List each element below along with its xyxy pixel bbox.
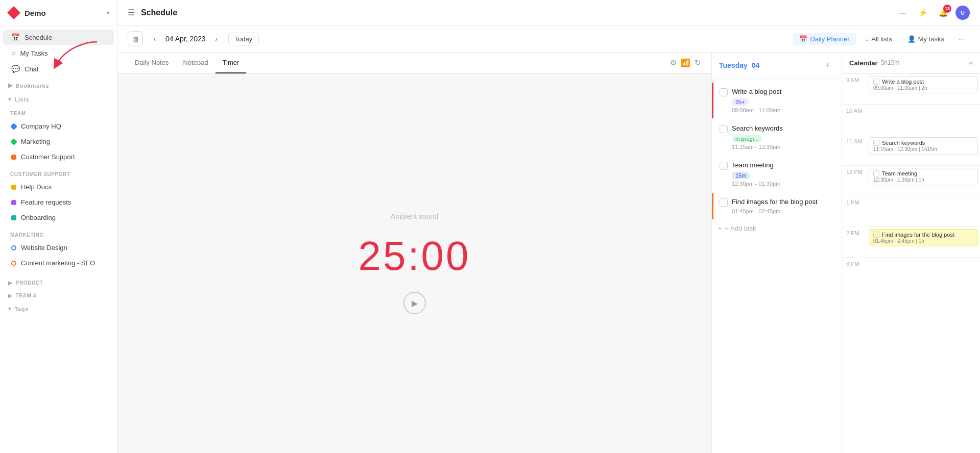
notification-badge: 13 — [943, 5, 951, 13]
my-tasks-button[interactable]: 👤 My tasks — [901, 33, 950, 45]
event-checkbox[interactable] — [873, 170, 879, 177]
calendar-title: Calendar — [849, 59, 878, 67]
sidebar-label-schedule: Schedule — [25, 34, 52, 41]
task-header: Write a blog post — [720, 88, 835, 96]
sidebar-item-onboarding[interactable]: Onboarding — [3, 210, 114, 225]
team-a-chevron: ▶ — [8, 293, 13, 298]
product-section-header[interactable]: ▶ PRODUCT — [0, 275, 117, 288]
chat-icon: 💬 — [11, 65, 20, 73]
event-checkbox[interactable] — [873, 79, 879, 85]
sidebar-item-schedule[interactable]: 📅 Schedule — [3, 30, 114, 45]
sidebar-item-company-hq[interactable]: Company HQ — [3, 119, 114, 134]
menu-icon[interactable]: ☰ — [128, 8, 135, 17]
time-label: 11 AM — [846, 135, 866, 144]
more-options-button[interactable]: ··· — [953, 31, 970, 47]
grid-apps-icon[interactable]: ⋯ — [894, 5, 911, 21]
add-task-button[interactable]: + — [821, 59, 834, 72]
page-title: Schedule — [141, 8, 888, 17]
task-panel-header: Tuesday 04 + — [712, 53, 842, 79]
task-item: Write a blog post 2h+ 09:00am - 11:00am — [712, 83, 842, 118]
cal-event[interactable]: Team meeting 12:30pm · 1:30pm | 1h — [869, 168, 978, 185]
task-header: Find images for the blog post — [720, 198, 835, 207]
task-checkbox[interactable] — [720, 125, 728, 133]
company-hq-label: Company HQ — [21, 122, 61, 130]
time-label: 3 PM — [846, 258, 866, 267]
tab-daily-notes[interactable]: Daily Notes — [128, 53, 176, 73]
date-number: 04 — [750, 61, 759, 69]
product-label: PRODUCT — [16, 280, 43, 286]
time-events — [866, 258, 980, 262]
task-checkbox[interactable] — [720, 88, 728, 96]
sidebar-header: Demo ▾ — [0, 0, 117, 26]
panels: Daily Notes Notepad Timer ⚙ 📶 ↻ Am — [117, 53, 980, 453]
add-icon: + — [718, 224, 722, 232]
time-events — [866, 105, 980, 109]
day-label: Tuesday — [719, 61, 748, 69]
bookmarks-section[interactable]: ▶ Bookmarks — [0, 77, 117, 91]
sidebar-item-help-docs[interactable]: Help Docs — [3, 180, 114, 194]
signal-icon[interactable]: 📶 — [681, 58, 690, 67]
sidebar-item-feature-requests[interactable]: Feature requests — [3, 195, 114, 210]
calendar-header: Calendar 5h15m ⇥ — [842, 53, 980, 73]
sidebar-item-marketing[interactable]: Marketing — [3, 134, 114, 149]
daily-planner-button[interactable]: 📅 Daily Planner — [793, 33, 855, 45]
event-title: Write a blog post — [882, 79, 924, 85]
time-events: Search keywords 11:15am · 12:30pm | 1h15… — [866, 135, 980, 157]
task-checkbox[interactable] — [720, 162, 728, 170]
event-time: 11:15am · 12:30pm | 1h15m — [873, 146, 973, 152]
notification-button[interactable]: 🔔 13 — [935, 5, 951, 21]
website-design-dot — [11, 245, 16, 250]
play-button[interactable]: ▶ — [403, 292, 426, 314]
event-title: Team meeting — [882, 170, 917, 177]
time-label: 1 PM — [846, 196, 866, 206]
app-logo[interactable]: Demo — [7, 6, 46, 19]
all-lists-button[interactable]: ≡ All lists — [859, 33, 898, 45]
tab-timer[interactable]: Timer — [216, 53, 247, 73]
event-checkbox[interactable] — [873, 140, 879, 146]
task-name: Search keywords — [732, 124, 783, 132]
my-tasks-icon: ○ — [11, 49, 15, 57]
website-design-label: Website Design — [21, 244, 67, 251]
view-toggle-button[interactable]: ▦ — [128, 31, 143, 46]
calendar-body: 9 AM Write a blog post 09:00am · 11:00am… — [842, 73, 980, 453]
sidebar-item-my-tasks[interactable]: ○ My Tasks — [3, 45, 114, 61]
time-slot-11am: 11 AM Search keywords 11:15am · 12:30pm … — [842, 135, 980, 165]
cal-event[interactable]: Find images for the blog post 01:45pm · … — [869, 229, 978, 246]
calendar-expand-icon[interactable]: ⇥ — [967, 59, 973, 67]
view-buttons: 📅 Daily Planner ≡ All lists 👤 My tasks ·… — [793, 31, 970, 47]
today-button[interactable]: Today — [228, 33, 259, 45]
task-name: Team meeting — [732, 161, 774, 169]
task-item: Search keywords in progr... 11:15am - 12… — [712, 119, 842, 155]
event-time: 09:00am · 11:00am | 2h — [873, 85, 973, 91]
task-header: Team meeting — [720, 161, 835, 170]
task-checkbox[interactable] — [720, 198, 728, 207]
cal-event[interactable]: Search keywords 11:15am · 12:30pm | 1h15… — [869, 137, 978, 155]
team-a-label: TEAM A — [16, 293, 37, 298]
bolt-icon[interactable]: ⚡ — [915, 5, 931, 21]
sidebar-collapse-icon[interactable]: ▾ — [107, 9, 110, 16]
add-task-row[interactable]: + + Add task — [712, 220, 842, 236]
task-time: 01:45pm - 02:45pm — [732, 208, 835, 214]
schedule-icon: 📅 — [11, 33, 20, 41]
next-date-button[interactable]: › — [210, 32, 223, 45]
time-slot-3pm: 3 PM — [842, 257, 980, 288]
tags-section[interactable]: ▾ Tags — [0, 300, 117, 314]
feature-requests-dot — [11, 200, 16, 205]
sidebar-item-website-design[interactable]: Website Design — [3, 240, 114, 255]
sidebar-item-chat[interactable]: 💬 Chat — [3, 61, 114, 77]
user-avatar[interactable]: U — [955, 6, 970, 20]
settings-icon[interactable]: ⚙ — [670, 58, 677, 67]
team-a-section-header[interactable]: ▶ TEAM A — [0, 288, 117, 300]
tags-label: Tags — [15, 306, 29, 312]
tab-notepad[interactable]: Notepad — [176, 53, 215, 73]
sidebar-item-content-marketing[interactable]: Content marketing - SEO — [3, 256, 114, 270]
lists-section[interactable]: ▾ Lists — [0, 91, 117, 105]
refresh-icon[interactable]: ↻ — [695, 58, 701, 67]
team-label: TEAM — [10, 111, 26, 116]
prev-date-button[interactable]: ‹ — [148, 32, 161, 45]
time-label: 2 PM — [846, 227, 866, 236]
feature-requests-label: Feature requests — [21, 198, 71, 206]
sidebar-item-customer-support[interactable]: Customer Support — [3, 149, 114, 164]
cal-event[interactable]: Write a blog post 09:00am · 11:00am | 2h — [869, 76, 978, 93]
event-checkbox[interactable] — [873, 232, 879, 238]
